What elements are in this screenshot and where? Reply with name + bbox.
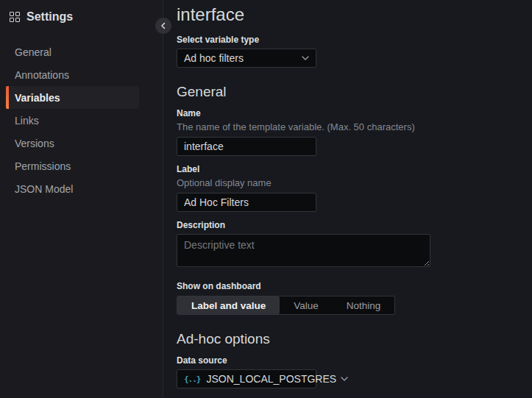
- variable-type-select[interactable]: Ad hoc filters: [177, 49, 316, 68]
- name-label: Name: [177, 108, 532, 118]
- name-description: The name of the template variable. (Max.…: [177, 121, 532, 132]
- sidebar-item-variables[interactable]: Variables: [6, 86, 139, 109]
- label-description: Optional display name: [177, 177, 532, 188]
- variable-type-field: Select variable type Ad hoc filters: [177, 35, 532, 68]
- settings-sidebar: Settings General Annotations Variables L…: [0, 0, 163, 398]
- radio-option-label-and-value[interactable]: Label and value: [177, 296, 280, 314]
- description-textarea[interactable]: [177, 234, 430, 267]
- show-on-dashboard-field: Show on dashboard Label and value Value …: [177, 281, 532, 315]
- chevron-down-icon: [341, 377, 348, 381]
- chevron-down-icon: [302, 56, 309, 60]
- collapse-sidebar-button[interactable]: [155, 18, 171, 34]
- sidebar-item-permissions[interactable]: Permissions: [6, 154, 139, 177]
- show-on-dashboard-radio-group: Label and value Value Nothing: [177, 296, 395, 315]
- label-label: Label: [177, 164, 532, 174]
- data-source-label: Data source: [177, 355, 532, 366]
- data-source-select[interactable]: {..} JSON_LOCAL_POSTGRES: [177, 369, 316, 388]
- settings-nav: General Annotations Variables Links Vers…: [0, 40, 163, 200]
- sidebar-item-links[interactable]: Links: [6, 109, 139, 132]
- sidebar-item-general[interactable]: General: [6, 40, 139, 63]
- label-field: Label Optional display name: [177, 164, 532, 212]
- show-on-dashboard-label: Show on dashboard: [177, 281, 532, 291]
- sidebar-item-versions[interactable]: Versions: [6, 132, 139, 154]
- settings-header: Settings: [0, 0, 163, 24]
- name-input[interactable]: [177, 137, 316, 156]
- adhoc-section-heading: Ad-hoc options: [177, 331, 532, 347]
- radio-option-value[interactable]: Value: [280, 296, 333, 314]
- sidebar-item-annotations[interactable]: Annotations: [6, 63, 139, 86]
- data-source-value: JSON_LOCAL_POSTGRES: [207, 373, 337, 385]
- sidebar-item-json-model[interactable]: JSON Model: [6, 177, 139, 200]
- variable-editor: interface Select variable type Ad hoc fi…: [163, 0, 532, 398]
- apps-grid-icon: [10, 12, 20, 22]
- description-field: Description: [177, 220, 532, 270]
- general-section-heading: General: [177, 84, 532, 100]
- chevron-left-icon: [160, 22, 167, 29]
- name-field: Name The name of the template variable. …: [177, 108, 532, 156]
- label-input[interactable]: [177, 193, 316, 212]
- json-datasource-icon: {..}: [184, 374, 201, 384]
- settings-title: Settings: [26, 10, 73, 24]
- variable-type-value: Ad hoc filters: [184, 52, 297, 64]
- page-title: interface: [177, 4, 532, 25]
- data-source-field: Data source {..} JSON_LOCAL_POSTGRES: [177, 355, 532, 388]
- radio-option-nothing[interactable]: Nothing: [333, 296, 395, 314]
- variable-type-label: Select variable type: [177, 35, 532, 45]
- description-label: Description: [177, 220, 532, 230]
